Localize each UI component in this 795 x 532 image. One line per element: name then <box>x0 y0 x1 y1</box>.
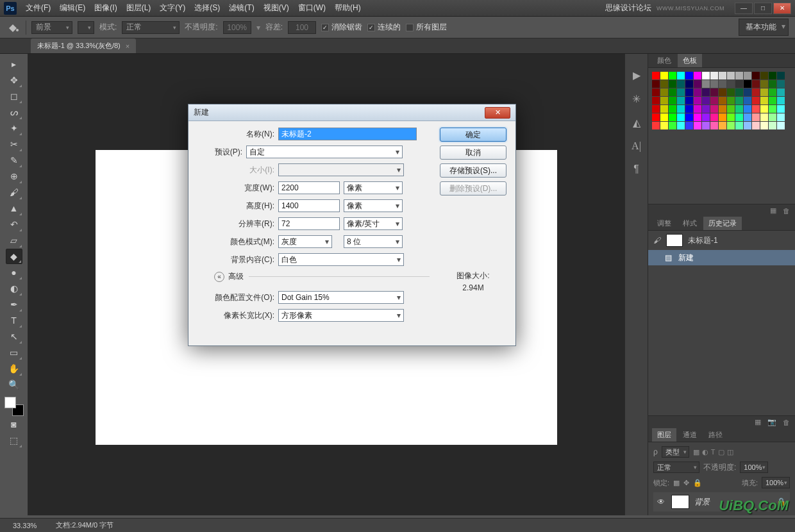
swatch[interactable] <box>760 122 768 129</box>
color-mode-dropdown[interactable]: 灰度 <box>278 235 332 248</box>
swatch[interactable] <box>669 105 676 113</box>
contiguous-checkbox[interactable]: ✓连续的 <box>367 22 401 33</box>
save-preset-button[interactable]: 存储预设(S)... <box>440 163 506 178</box>
swatch[interactable] <box>677 122 685 129</box>
heal-tool[interactable]: ⊕ <box>6 169 22 184</box>
background-dropdown[interactable]: 白色 <box>278 253 404 266</box>
swatch[interactable] <box>777 122 785 129</box>
swatches-grid[interactable] <box>648 68 795 133</box>
name-input[interactable] <box>278 128 417 140</box>
swatch[interactable] <box>685 72 693 79</box>
swatch[interactable] <box>752 97 760 104</box>
menu-item[interactable]: 窗口(W) <box>294 0 330 16</box>
move-tool[interactable]: ✥ <box>6 72 22 88</box>
layer-filter-dropdown[interactable]: 类型 <box>662 446 689 458</box>
doc-info[interactable]: 文档:2.94M/0 字节 <box>56 520 113 530</box>
swatch[interactable] <box>744 113 751 121</box>
swatch[interactable] <box>694 105 701 113</box>
histogram-icon[interactable]: ◭ <box>633 117 640 129</box>
tab-layers[interactable]: 图层 <box>652 428 676 442</box>
collapse-icon[interactable]: ▸ <box>6 56 22 72</box>
swatch[interactable] <box>727 88 735 96</box>
menu-item[interactable]: 文件(F) <box>22 0 54 16</box>
swatch[interactable] <box>760 113 768 121</box>
filter-pixel-icon[interactable]: ▩ <box>693 448 699 456</box>
resolution-unit-dropdown[interactable]: 像素/英寸 <box>344 217 403 230</box>
menu-item[interactable]: 文字(Y) <box>156 0 189 16</box>
create-doc-icon[interactable]: ▦ <box>755 418 761 426</box>
swatch[interactable] <box>769 122 776 129</box>
swatch[interactable] <box>752 88 760 96</box>
crop-tool[interactable]: ✂ <box>6 137 22 152</box>
workspace-switcher[interactable]: 基本功能 <box>739 19 789 36</box>
swatch[interactable] <box>677 105 685 113</box>
layer-blend-dropdown[interactable]: 正常 <box>653 461 699 473</box>
swatch[interactable] <box>727 122 735 129</box>
swatch[interactable] <box>777 105 785 113</box>
antialias-checkbox[interactable]: ✓消除锯齿 <box>321 22 362 33</box>
swatch[interactable] <box>735 80 743 88</box>
bit-depth-dropdown[interactable]: 8 位 <box>344 235 403 248</box>
swatch[interactable] <box>769 113 776 121</box>
swatch[interactable] <box>744 88 751 96</box>
dodge-tool[interactable]: ◐ <box>6 281 22 296</box>
hand-tool[interactable]: ✋ <box>6 361 22 376</box>
swatch[interactable] <box>669 72 676 79</box>
swatch[interactable] <box>735 105 743 113</box>
swatch[interactable] <box>769 97 776 104</box>
preset-dropdown[interactable]: 自定 <box>246 145 403 158</box>
blur-tool[interactable]: ● <box>6 265 22 280</box>
swatch[interactable] <box>652 88 660 96</box>
lock-position-icon[interactable]: ✥ <box>683 479 689 487</box>
menu-item[interactable]: 帮助(H) <box>331 0 365 16</box>
new-swatch-icon[interactable]: ▦ <box>770 206 776 215</box>
tab-color[interactable]: 颜色 <box>652 54 676 67</box>
swatch[interactable] <box>685 88 693 96</box>
height-unit-dropdown[interactable]: 像素 <box>344 199 403 212</box>
swatch[interactable] <box>669 97 676 104</box>
menu-item[interactable]: 图层(L) <box>122 0 155 16</box>
eyedropper-tool[interactable]: ✎ <box>6 153 22 168</box>
swatch[interactable] <box>760 105 768 113</box>
tab-channels[interactable]: 通道 <box>678 428 702 442</box>
filter-smart-icon[interactable]: ◫ <box>727 448 733 456</box>
paragraph-icon[interactable]: ¶ <box>633 163 639 175</box>
swatch[interactable] <box>702 88 710 96</box>
pen-tool[interactable]: ✒ <box>6 297 22 312</box>
dialog-close-button[interactable]: ✕ <box>485 107 510 119</box>
swatch[interactable] <box>677 97 685 104</box>
menu-item[interactable]: 滤镜(T) <box>225 0 258 16</box>
swatch[interactable] <box>744 80 751 88</box>
width-input[interactable] <box>278 181 340 194</box>
swatch[interactable] <box>660 80 668 88</box>
swatch[interactable] <box>769 72 776 79</box>
tab-history[interactable]: 历史记录 <box>703 217 742 230</box>
swatch[interactable] <box>769 88 776 96</box>
window-maximize[interactable]: □ <box>754 3 772 14</box>
width-unit-dropdown[interactable]: 像素 <box>344 181 403 194</box>
swatch[interactable] <box>727 72 735 79</box>
swatch[interactable] <box>694 80 701 88</box>
swatch[interactable] <box>669 88 676 96</box>
bucket-tool[interactable]: ◆ <box>6 249 22 264</box>
swatch[interactable] <box>660 88 668 96</box>
swatch[interactable] <box>777 80 785 88</box>
swatch[interactable] <box>735 97 743 104</box>
screenmode-toggle[interactable]: ⬚ <box>6 433 22 448</box>
swatch[interactable] <box>710 97 718 104</box>
swatch[interactable] <box>694 113 701 121</box>
tab-adjustments[interactable]: 调整 <box>652 217 676 230</box>
swatch[interactable] <box>660 97 668 104</box>
swatch[interactable] <box>760 72 768 79</box>
path-select-tool[interactable]: ↖ <box>6 329 22 344</box>
history-snapshot[interactable]: 🖌 未标题-1 <box>648 231 795 250</box>
brush-tool[interactable]: 🖌 <box>6 185 22 200</box>
swatch[interactable] <box>702 122 710 129</box>
swatch[interactable] <box>777 113 785 121</box>
swatch[interactable] <box>669 80 676 88</box>
swatch[interactable] <box>744 105 751 113</box>
swatch[interactable] <box>744 97 751 104</box>
swatch[interactable] <box>719 122 726 129</box>
opacity-input[interactable]: 100% <box>223 21 251 34</box>
lasso-tool[interactable]: ᔕ <box>6 104 22 120</box>
